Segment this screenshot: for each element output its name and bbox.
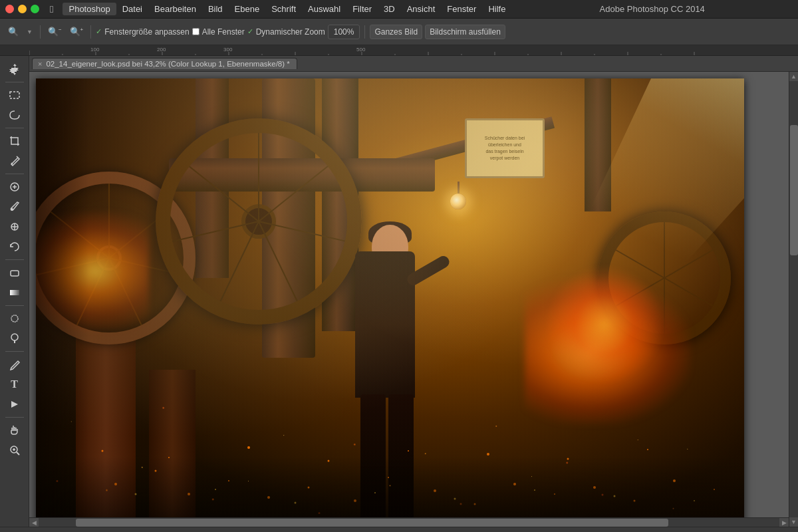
apple-menu[interactable]: 	[50, 3, 53, 15]
svg-text:500: 500	[356, 47, 366, 53]
tool-eraser[interactable]	[5, 263, 24, 282]
menu-datei[interactable]: Datei	[116, 3, 148, 15]
tool-pen[interactable]	[5, 355, 24, 374]
doc-area: T × 02_14_eigener_look.psd bei 43,2% (Co…	[0, 56, 798, 527]
tool-zoom[interactable]	[5, 441, 24, 460]
menu-photoshop[interactable]: Photoshop	[63, 3, 116, 15]
tab-close-icon[interactable]: ×	[38, 60, 42, 68]
maximize-button[interactable]	[31, 5, 39, 13]
tool-move[interactable]	[5, 60, 24, 78]
svg-point-35	[11, 334, 18, 340]
toolbox: T	[0, 56, 29, 527]
canvas-with-hscroll: Schücher daten bei überleichen und das t…	[29, 72, 789, 527]
tool-text[interactable]: T	[5, 375, 24, 394]
menu-ebene[interactable]: Ebene	[229, 3, 266, 15]
hscroll-thumb[interactable]	[76, 519, 668, 527]
menu-hilfe[interactable]: Hilfe	[482, 3, 511, 15]
canvas-container: Schücher daten bei überleichen und das t…	[29, 72, 798, 527]
svg-line-37	[17, 452, 19, 455]
tool-sep-5	[5, 305, 24, 306]
menu-bearbeiten[interactable]: Bearbeiten	[148, 3, 202, 15]
photoshop-canvas: Schücher daten bei überleichen und das t…	[36, 78, 744, 517]
menu-filter[interactable]: Filter	[346, 3, 378, 15]
canvas-viewport[interactable]: Schücher daten bei überleichen und das t…	[29, 72, 789, 517]
fit-window-checkmark: ✓	[96, 27, 102, 36]
all-windows-checkbox[interactable]	[192, 28, 200, 35]
tool-path-select[interactable]	[5, 395, 24, 414]
fit-window-group: ✓ Fenstergröße anpassen	[96, 27, 189, 37]
tab-bar: × 02_14_eigener_look.psd bei 43,2% (Colo…	[29, 56, 798, 72]
svg-text:300: 300	[223, 47, 233, 53]
zoom-dropdown-arrow[interactable]: ▼	[24, 27, 35, 37]
vscroll-up-arrow[interactable]: ▲	[789, 72, 799, 81]
hscroll-track[interactable]	[39, 518, 779, 527]
tool-blur[interactable]	[5, 309, 24, 328]
fill-screen-button[interactable]: Bildschirm ausfüllen	[425, 25, 505, 39]
tool-gradient[interactable]	[5, 283, 24, 302]
menu-schrift[interactable]: Schrift	[265, 3, 302, 15]
svg-point-30	[11, 208, 13, 211]
bottom-scrollbar: ◀ ▶	[29, 517, 789, 527]
traffic-lights	[5, 5, 39, 13]
svg-rect-26	[10, 92, 19, 98]
menu-bar:  Photoshop Datei Bearbeiten Bild Ebene …	[0, 0, 798, 19]
fit-window-label[interactable]: Fenstergröße anpassen	[104, 27, 189, 37]
toolbar: 🔍 ▼ 🔍− 🔍+ ✓ Fenstergröße anpassen Alle F…	[0, 19, 798, 45]
svg-text:200: 200	[157, 47, 166, 53]
vscroll-thumb[interactable]	[790, 125, 798, 256]
tool-crop[interactable]	[5, 132, 24, 150]
tool-sep-1	[5, 82, 24, 82]
app-title: Adobe Photoshop CC 2014	[511, 4, 793, 14]
tab-title: 02_14_eigener_look.psd bei 43,2% (Color …	[46, 60, 289, 68]
tool-history-brush[interactable]	[5, 237, 24, 256]
tool-clone[interactable]	[5, 217, 24, 236]
svg-rect-32	[11, 271, 19, 276]
ruler-marks-top: 100 200 300 500	[29, 45, 798, 55]
document-tab[interactable]: × 02_14_eigener_look.psd bei 43,2% (Colo…	[32, 58, 297, 69]
vscroll-track[interactable]	[789, 81, 798, 517]
zoom-out-icon[interactable]: 🔍−	[45, 25, 65, 38]
menu-bild[interactable]: Bild	[202, 3, 229, 15]
zoom-in-icon[interactable]: 🔍+	[67, 25, 86, 38]
tool-sep-2	[5, 128, 24, 128]
zoom-display[interactable]: 100%	[328, 25, 360, 39]
hscroll-right-arrow[interactable]: ▶	[779, 518, 789, 527]
ruler-svg: 100 200 300 500	[29, 45, 798, 55]
tool-dodge[interactable]	[5, 329, 24, 348]
svg-rect-33	[10, 290, 19, 295]
fit-image-button[interactable]: Ganzes Bild	[370, 25, 422, 39]
vscroll-down-arrow[interactable]: ▼	[789, 517, 799, 527]
all-windows-label[interactable]: Alle Fenster	[202, 27, 245, 37]
toolbar-separator-2	[90, 25, 91, 39]
svg-rect-0	[29, 45, 798, 55]
dynamic-zoom-label[interactable]: Dynamischer Zoom	[256, 27, 325, 37]
menu-3d[interactable]: 3D	[378, 3, 401, 15]
menu-ansicht[interactable]: Ansicht	[401, 3, 442, 15]
color-grade-overlay	[36, 78, 744, 517]
menu-fenster[interactable]: Fenster	[441, 3, 482, 15]
tool-select-rect[interactable]	[5, 86, 24, 104]
minimize-button[interactable]	[18, 5, 27, 13]
svg-text:100: 100	[90, 47, 100, 53]
close-button[interactable]	[5, 5, 14, 13]
tool-brush[interactable]	[5, 198, 24, 216]
hscroll-left-arrow[interactable]: ◀	[29, 518, 39, 527]
tool-eyedropper[interactable]	[5, 152, 24, 170]
all-windows-group: Alle Fenster	[192, 27, 245, 37]
ruler-top: 100 200 300 500	[0, 45, 798, 56]
right-scrollbar: ▲ ▼	[789, 72, 798, 527]
svg-point-34	[11, 315, 18, 322]
toolbar-separator-1	[40, 25, 41, 39]
tool-lasso[interactable]	[5, 106, 24, 124]
tool-sep-7	[5, 417, 24, 418]
status-bar: Dok.: 147,0 M/198,3 M	[0, 527, 798, 532]
zoom-tool-icon[interactable]: 🔍	[5, 25, 21, 38]
tool-heal[interactable]	[5, 178, 24, 196]
toolbar-separator-3	[364, 25, 365, 39]
tool-sep-6	[5, 351, 24, 352]
menu-auswahl[interactable]: Auswahl	[302, 3, 346, 15]
dynamic-zoom-group: ✓ Dynamischer Zoom	[247, 27, 325, 37]
tool-hand[interactable]	[5, 421, 24, 440]
tool-sep-3	[5, 174, 24, 174]
tool-sep-4	[5, 259, 24, 260]
